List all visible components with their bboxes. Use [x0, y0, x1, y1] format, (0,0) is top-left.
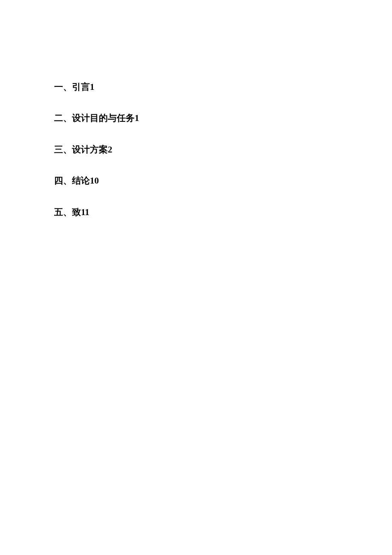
toc-entry: 二、设计目的与任务1 [54, 112, 139, 124]
toc-page: 1 [90, 82, 95, 92]
toc-label: 二、设计目的与任务 [54, 113, 135, 123]
toc-label: 五、致 [54, 207, 81, 217]
toc-page: 10 [90, 175, 99, 186]
toc-page: 1 [135, 113, 139, 123]
toc-label: 一、引言 [54, 82, 90, 92]
toc-entry: 三、设计方案2 [54, 144, 139, 156]
toc-page: 11 [81, 207, 89, 217]
toc-entry: 五、致11 [54, 206, 139, 219]
toc-entry: 四、结论10 [54, 175, 139, 187]
toc-label: 四、结论 [54, 175, 90, 186]
toc-entry: 一、引言1 [54, 81, 139, 93]
toc-container: 一、引言1 二、设计目的与任务1 三、设计方案2 四、结论10 五、致11 [54, 81, 139, 237]
toc-page: 2 [108, 144, 112, 155]
toc-label: 三、设计方案 [54, 144, 108, 155]
